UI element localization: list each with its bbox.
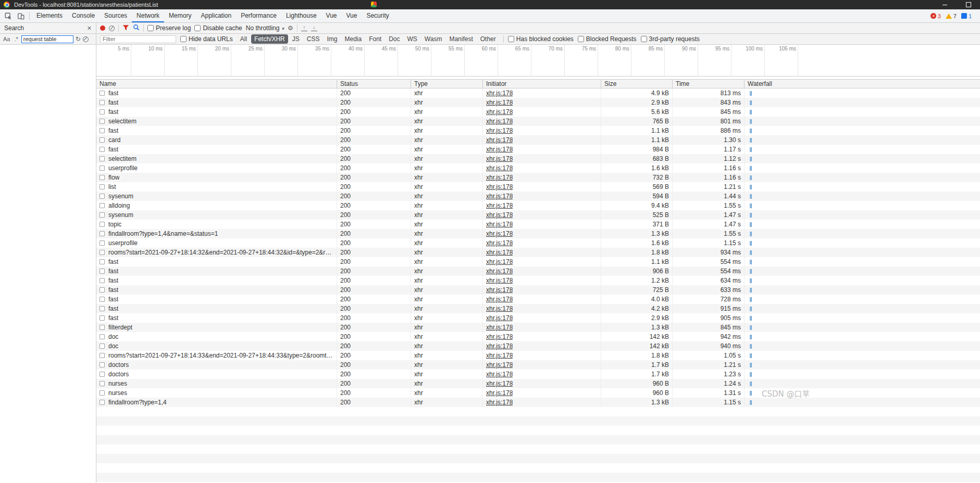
filter-input[interactable]	[100, 35, 176, 43]
request-row[interactable]: selectitem 200 xhr xhr.js:178 765 B 801 …	[96, 117, 980, 126]
request-row[interactable]: nurses 200 xhr xhr.js:178 960 B 1.31 s	[96, 388, 980, 398]
request-row[interactable]: userprofile 200 xhr xhr.js:178 1.6 kB 1.…	[96, 163, 980, 173]
third-party-requests-input[interactable]	[641, 36, 647, 42]
devtools-tab-console[interactable]: Console	[67, 9, 100, 22]
third-party-requests-checkbox[interactable]: 3rd-party requests	[641, 35, 700, 43]
minimize-button[interactable]	[933, 0, 957, 9]
request-row[interactable]: findallroom?type=1,4 200 xhr xhr.js:178 …	[96, 398, 980, 407]
filter-pill-js[interactable]: JS	[289, 34, 303, 44]
initiator-link[interactable]: xhr.js:178	[486, 342, 513, 350]
request-row[interactable]: fast 200 xhr xhr.js:178 1.1 kB 886 ms	[96, 126, 980, 135]
request-row[interactable]: nurses 200 xhr xhr.js:178 960 B 1.24 s	[96, 379, 980, 388]
devtools-tab-sources[interactable]: Sources	[100, 9, 132, 22]
column-header-name[interactable]: Name	[96, 80, 337, 88]
initiator-link[interactable]: xhr.js:178	[486, 296, 513, 303]
inspect-element-icon[interactable]	[2, 10, 15, 22]
devtools-tab-vue[interactable]: Vue	[342, 9, 362, 22]
initiator-link[interactable]: xhr.js:178	[486, 371, 513, 378]
filter-pill-doc[interactable]: Doc	[386, 34, 403, 44]
initiator-link[interactable]: xhr.js:178	[486, 305, 513, 312]
search-toggle-icon[interactable]	[133, 24, 140, 32]
devtools-tab-lighthouse[interactable]: Lighthouse	[281, 9, 321, 22]
filter-pill-img[interactable]: Img	[324, 34, 340, 44]
request-row[interactable]: doc 200 xhr xhr.js:178 142 kB 940 ms	[96, 341, 980, 351]
column-header-waterfall[interactable]: Waterfall	[745, 80, 980, 88]
filter-pill-manifest[interactable]: Manifest	[446, 34, 476, 44]
status-badges[interactable]: 3 7 1	[931, 13, 972, 19]
issues-badge[interactable]: 1	[961, 13, 972, 19]
hide-data-urls-checkbox[interactable]: Hide data URLs	[180, 35, 233, 43]
network-conditions-icon[interactable]: ⚙	[288, 25, 293, 31]
request-row[interactable]: fast 200 xhr xhr.js:178 725 B 633 ms	[96, 285, 980, 295]
initiator-link[interactable]: xhr.js:178	[486, 352, 513, 359]
devtools-tab-security[interactable]: Security	[362, 9, 393, 22]
blocked-requests-input[interactable]	[578, 36, 584, 42]
match-case-button[interactable]: Aa	[2, 36, 11, 42]
initiator-link[interactable]: xhr.js:178	[486, 333, 513, 340]
filter-pill-wasm[interactable]: Wasm	[421, 34, 445, 44]
request-row[interactable]: doc 200 xhr xhr.js:178 142 kB 942 ms	[96, 332, 980, 341]
request-row[interactable]: rooms?start=2021-09-27+18:14:33&end=2021…	[96, 351, 980, 360]
initiator-link[interactable]: xhr.js:178	[486, 118, 513, 125]
initiator-link[interactable]: xhr.js:178	[486, 399, 513, 406]
initiator-link[interactable]: xhr.js:178	[486, 164, 513, 172]
request-row[interactable]: fast 200 xhr xhr.js:178 4.0 kB 728 ms	[96, 295, 980, 304]
initiator-link[interactable]: xhr.js:178	[486, 174, 513, 181]
initiator-link[interactable]: xhr.js:178	[486, 258, 513, 265]
devtools-tab-application[interactable]: Application	[196, 9, 236, 22]
initiator-link[interactable]: xhr.js:178	[486, 136, 513, 144]
request-row[interactable]: card 200 xhr xhr.js:178 1.1 kB 1.30 s	[96, 135, 980, 145]
filter-pill-media[interactable]: Media	[341, 34, 365, 44]
initiator-link[interactable]: xhr.js:178	[486, 99, 513, 106]
request-row[interactable]: alldoing 200 xhr xhr.js:178 9.4 kB 1.55 …	[96, 201, 980, 210]
filter-pill-css[interactable]: CSS	[304, 34, 323, 44]
initiator-link[interactable]: xhr.js:178	[486, 314, 513, 322]
request-row[interactable]: fast 200 xhr xhr.js:178 1.2 kB 634 ms	[96, 276, 980, 285]
device-toolbar-icon[interactable]	[15, 10, 27, 22]
initiator-link[interactable]: xhr.js:178	[486, 380, 513, 387]
column-header-size[interactable]: Size	[601, 80, 673, 88]
devtools-tab-performance[interactable]: Performance	[236, 9, 281, 22]
warnings-badge[interactable]: 7	[946, 13, 957, 19]
disable-cache-checkbox[interactable]: Disable cache	[194, 24, 242, 32]
initiator-link[interactable]: xhr.js:178	[486, 324, 513, 331]
has-blocked-cookies-input[interactable]	[508, 36, 514, 42]
initiator-link[interactable]: xhr.js:178	[486, 146, 513, 153]
request-row[interactable]: doctors 200 xhr xhr.js:178 1.7 kB 1.21 s	[96, 360, 980, 370]
initiator-link[interactable]: xhr.js:178	[486, 202, 513, 209]
request-row[interactable]: fast 200 xhr xhr.js:178 984 B 1.17 s	[96, 145, 980, 154]
record-button[interactable]	[100, 26, 105, 31]
filter-toggle-icon[interactable]	[122, 24, 129, 32]
initiator-link[interactable]: xhr.js:178	[486, 239, 513, 247]
filter-pill-all[interactable]: All	[237, 34, 250, 44]
devtools-tab-elements[interactable]: Elements	[32, 9, 67, 22]
request-row[interactable]: sysenum 200 xhr xhr.js:178 525 B 1.47 s	[96, 210, 980, 220]
initiator-link[interactable]: xhr.js:178	[486, 249, 513, 256]
initiator-link[interactable]: xhr.js:178	[486, 389, 513, 397]
initiator-link[interactable]: xhr.js:178	[486, 286, 513, 294]
request-row[interactable]: findallroom?type=1,4&name=&status=1 200 …	[96, 229, 980, 238]
blocked-requests-checkbox[interactable]: Blocked Requests	[578, 35, 637, 43]
column-header-status[interactable]: Status	[337, 80, 411, 88]
clear-network-log-icon[interactable]	[109, 26, 115, 31]
regex-button[interactable]: .*	[13, 36, 19, 42]
initiator-link[interactable]: xhr.js:178	[486, 90, 513, 97]
devtools-tab-vue[interactable]: Vue	[321, 9, 342, 22]
initiator-link[interactable]: xhr.js:178	[486, 277, 513, 284]
request-row[interactable]: rooms?start=2021-09-27+18:14:32&end=2021…	[96, 248, 980, 257]
initiator-link[interactable]: xhr.js:178	[486, 108, 513, 116]
import-har-icon[interactable]	[301, 25, 307, 31]
filter-pill-font[interactable]: Font	[366, 34, 384, 44]
request-row[interactable]: sysenum 200 xhr xhr.js:178 594 B 1.44 s	[96, 192, 980, 201]
refresh-icon[interactable]: ↻	[76, 36, 81, 42]
initiator-link[interactable]: xhr.js:178	[486, 127, 513, 134]
request-row[interactable]: fast 200 xhr xhr.js:178 2.9 kB 905 ms	[96, 313, 980, 323]
initiator-link[interactable]: xhr.js:178	[486, 211, 513, 219]
filter-pill-ws[interactable]: WS	[404, 34, 420, 44]
request-row[interactable]: topic 200 xhr xhr.js:178 371 B 1.47 s	[96, 220, 980, 229]
devtools-tab-network[interactable]: Network	[132, 9, 164, 22]
export-har-icon[interactable]	[311, 25, 317, 31]
request-row[interactable]: fast 200 xhr xhr.js:178 4.2 kB 915 ms	[96, 304, 980, 313]
request-row[interactable]: fast 200 xhr xhr.js:178 2.9 kB 843 ms	[96, 98, 980, 107]
initiator-link[interactable]: xhr.js:178	[486, 268, 513, 275]
